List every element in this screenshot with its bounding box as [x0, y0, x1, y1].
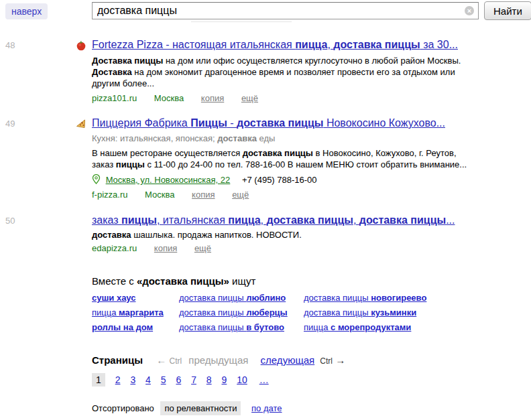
- page-link[interactable]: 10: [237, 374, 247, 385]
- result-region: Москва: [154, 93, 184, 103]
- clear-search-icon[interactable]: ×: [465, 6, 474, 15]
- related-link[interactable]: доставка пиццы люблино: [179, 293, 304, 303]
- search-result: 49 Пиццерия Фабрика Пиццы - доставка пиц…: [92, 117, 481, 200]
- pagination: Страницы ← Ctrl предыдущая следующая Ctr…: [92, 354, 481, 385]
- page-link[interactable]: 8: [206, 374, 212, 385]
- result-cuisine-meta: Кухня: итальянская, японская; доставка е…: [92, 133, 481, 144]
- related-link[interactable]: пицца с морепродуктами: [304, 322, 481, 333]
- result-title-link[interactable]: заказ пиццы, итальянская пицца, доставка…: [92, 214, 455, 226]
- prev-arrow-icon: ←: [156, 354, 166, 366]
- page-link[interactable]: 2: [115, 374, 121, 385]
- page-link[interactable]: 7: [191, 374, 196, 385]
- back-to-top-link[interactable]: наверх: [5, 3, 48, 19]
- search-input[interactable]: [92, 2, 479, 19]
- sort-controls: Отсортировано по релевантности по дате: [92, 403, 481, 413]
- pizza-slice-favicon-icon: [76, 119, 86, 129]
- result-snippet: Доставка пиццы на дом или офис осуществл…: [92, 55, 473, 89]
- result-snippet: доставка шашлыка. продажа напитков. НОВО…: [92, 229, 473, 240]
- result-number: 49: [5, 119, 15, 129]
- sort-by-relevance-selected: по релевантности: [160, 401, 241, 415]
- page-link[interactable]: 6: [176, 374, 181, 385]
- tomato-favicon-icon: [76, 40, 86, 51]
- cached-copy-link[interactable]: копия: [154, 243, 177, 253]
- result-phone: +7 (495) 788-16-00: [242, 175, 317, 185]
- related-link[interactable]: роллы на дом: [92, 322, 179, 333]
- search-button[interactable]: Найти: [484, 1, 531, 20]
- current-page: 1: [92, 373, 105, 387]
- related-link[interactable]: доставка пиццы в бутово: [179, 322, 304, 333]
- related-links-grid: суши хаус доставка пиццы люблино доставк…: [92, 293, 481, 333]
- sort-label: Отсортировано: [92, 403, 154, 413]
- page-link[interactable]: 9: [222, 374, 227, 385]
- result-title-link[interactable]: Пиццерия Фабрика Пиццы - доставка пиццы …: [92, 117, 445, 129]
- faded-artifact: [191, 21, 292, 24]
- result-region: Москва: [145, 190, 174, 200]
- result-domain: edapizza.ru: [92, 243, 137, 253]
- result-number: 50: [5, 216, 15, 226]
- location-pin-icon: [92, 174, 101, 184]
- cached-copy-link[interactable]: копия: [201, 93, 224, 103]
- result-snippet: В нашем ресторане осуществляется доставк…: [92, 147, 473, 170]
- more-link[interactable]: ещё: [194, 243, 211, 253]
- related-searches-header: Вместе с «доставка пиццы» ищут: [92, 275, 481, 287]
- more-link[interactable]: ещё: [241, 93, 258, 103]
- pagination-label: Страницы: [92, 354, 143, 366]
- related-link[interactable]: пицца маргарита: [92, 307, 179, 318]
- prev-page-disabled: предыдущая: [188, 354, 248, 366]
- related-searches: Вместе с «доставка пиццы» ищут суши хаус…: [92, 275, 481, 333]
- page-link[interactable]: 3: [130, 374, 135, 385]
- related-link[interactable]: доставка пиццы люберцы: [179, 307, 304, 318]
- more-pages-link[interactable]: …: [259, 374, 269, 385]
- result-title-link[interactable]: Fortezza Pizza - настоящая итальянская п…: [92, 39, 458, 50]
- result-domain: pizza101.ru: [92, 93, 137, 103]
- sort-by-date-link[interactable]: по дате: [251, 403, 282, 413]
- result-number: 48: [5, 40, 15, 50]
- search-box: ×: [92, 2, 479, 19]
- prev-ctrl-hint: Ctrl: [170, 356, 182, 366]
- results-column: 48 Fortezza Pizza - настоящая итальянска…: [92, 38, 481, 420]
- result-address-link[interactable]: Москва, ул. Новокосинская, 22: [106, 175, 231, 185]
- page-link[interactable]: 5: [161, 374, 166, 385]
- search-result: 50 заказ пиццы, итальянская пицца, доста…: [92, 214, 481, 254]
- search-result: 48 Fortezza Pizza - настоящая итальянска…: [92, 38, 481, 104]
- related-link[interactable]: суши хаус: [92, 293, 179, 303]
- cached-copy-link[interactable]: копия: [192, 190, 215, 200]
- related-link[interactable]: доставка пиццы новогиреево: [304, 293, 481, 303]
- result-domain: f-pizza.ru: [92, 190, 127, 200]
- top-bar: наверх × Найти: [0, 0, 531, 24]
- next-arrow-icon: →: [335, 354, 345, 366]
- page-number-list: 1 2 3 4 5 6 7 8 9 10 …: [92, 374, 481, 385]
- related-link[interactable]: доставка пиццы кузьминки: [304, 307, 481, 318]
- next-ctrl-hint: Ctrl: [320, 356, 333, 366]
- next-page-link[interactable]: следующая: [261, 354, 315, 366]
- page-link[interactable]: 4: [145, 374, 151, 385]
- more-link[interactable]: ещё: [232, 190, 249, 200]
